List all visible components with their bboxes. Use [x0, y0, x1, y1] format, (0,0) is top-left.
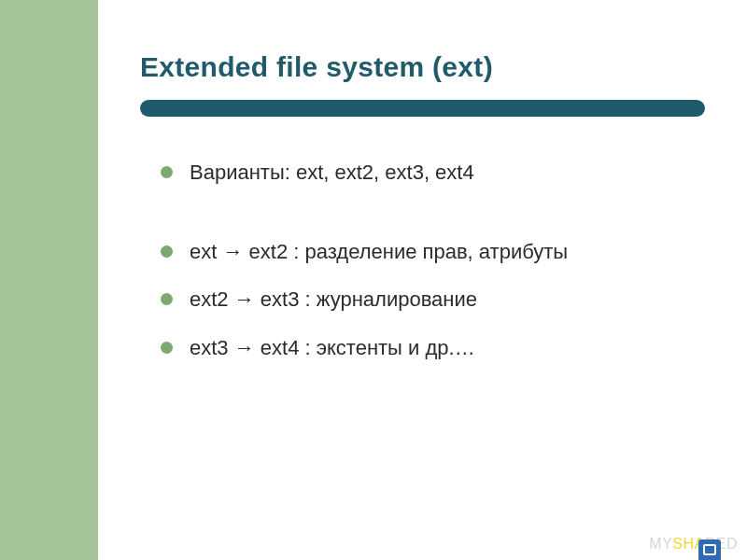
bullet-text: ext → ext2 : разделение прав, атрибуты [190, 238, 568, 266]
slide-title: Extended file system (ext) [140, 51, 705, 83]
page-info-tab[interactable] [698, 539, 721, 560]
divider-bar [140, 100, 705, 117]
bullet-dot-icon [161, 245, 173, 258]
sidebar-accent [0, 0, 98, 560]
bullet-dot-icon [161, 342, 173, 354]
bullet-item: ext → ext2 : разделение прав, атрибуты [161, 238, 705, 266]
bullet-list: Варианты: ext, ext2, ext3, ext4 ext → ex… [140, 159, 705, 362]
bullet-dot-icon [161, 166, 173, 178]
bullet-text: ext2 → ext3 : журналирование [190, 286, 477, 314]
watermark-prefix: MY [649, 536, 672, 552]
bullet-text: ext3 → ext4 : экстенты и др.… [190, 334, 475, 362]
bullet-text: Варианты: ext, ext2, ext3, ext4 [190, 159, 474, 187]
bullet-item: Варианты: ext, ext2, ext3, ext4 [161, 159, 705, 187]
bullet-item: ext3 → ext4 : экстенты и др.… [161, 334, 705, 362]
watermark-text: MYSHARED [649, 536, 738, 553]
bullet-dot-icon [161, 293, 173, 305]
slide-content: Extended file system (ext) Варианты: ext… [98, 0, 747, 560]
bullet-item: ext2 → ext3 : журналирование [161, 286, 705, 314]
